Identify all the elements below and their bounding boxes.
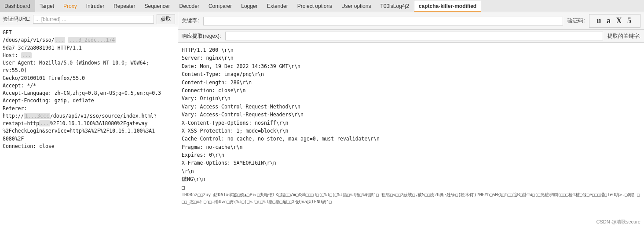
captcha-display: u a X 5 (589, 14, 640, 28)
url-bar: 验证码URL: 获取 (0, 12, 178, 26)
left-panel: 验证码URL: 获取 GET /dous/api/v1/sso/... ...3… (0, 12, 178, 227)
menu-repeater[interactable]: Repeater (109, 0, 140, 12)
response-line: Content-Length: 286\r\n (182, 79, 640, 86)
request-line: GET (3, 29, 175, 36)
request-line: 9da7-3c72a8081901 HTTP/1.1 (3, 44, 175, 52)
menu-logger[interactable]: Logger (237, 0, 262, 12)
menu-bar: Dashboard Target Proxy Intruder Repeater… (0, 0, 644, 12)
response-line: Expires: 0\r\n (182, 151, 640, 159)
response-line: Cache-Control: no-cache, no-store, max-a… (182, 135, 640, 143)
menu-comparer[interactable]: Comparer (204, 0, 237, 12)
request-line: 8080%2F (3, 135, 175, 143)
response-binary: IHDRn2□□2uy 銡DATx瑸鉴□僥▲□P℡□夬晤惯LK□韞□□/m□X烒… (182, 191, 640, 205)
request-line: %2FcheckLogin&service=http%3A%2F%2F10.16… (3, 127, 175, 135)
response-line: Content-Type: image/png\r\n (182, 70, 640, 78)
url-input[interactable] (33, 15, 154, 24)
response-line: Vary: Origin\r\n (182, 94, 640, 102)
watermark: CSDN @清歌secure (596, 219, 640, 225)
response-line: X-Frame-Options: SAMEORIGIN\r\n (182, 159, 640, 167)
response-area: HTTP/1.1 200 \r\n Server: nginx\r\n Date… (178, 43, 644, 227)
right-panel: 关键字: 验证码: u a X 5 响应提取(regex): 提取的关键字: H… (178, 12, 644, 227)
request-line: Accept-Language: zh-CN,zh;q=0.8,en-US;q=… (3, 90, 175, 97)
response-line: Connection: close\r\n (182, 86, 640, 94)
menu-user-options[interactable]: User options (337, 0, 376, 12)
response-line: 鏃NG\r\n (182, 175, 640, 183)
request-line: Connection: close (3, 143, 175, 150)
extracted-label: 提取的关键字: (607, 32, 640, 40)
response-line: □ (182, 184, 640, 191)
response-line: X-XSS-Protection: 1; mode=block\r\n (182, 127, 640, 135)
menu-target[interactable]: Target (35, 0, 59, 12)
keyword-input[interactable] (203, 17, 563, 25)
request-line: User-Agent: Mozilla/5.0 (Windows NT 10.0… (3, 59, 175, 75)
menu-project-options[interactable]: Project options (293, 0, 337, 12)
response-line: \r\n (182, 167, 640, 175)
menu-captcha-killer[interactable]: captcha-killer-modified (414, 0, 481, 12)
response-line: Vary: Access-Control-Request-Headers\r\n (182, 111, 640, 119)
request-line: restapi=http...%2F10.16.1.100%3A18080%2F… (3, 120, 175, 127)
response-line: Date: Mon, 19 Dec 2022 14:36:39 GMT\r\n (182, 62, 640, 70)
request-line: Referer: (3, 105, 175, 112)
menu-sequencer[interactable]: Sequencer (140, 0, 175, 12)
response-line: HTTP/1.1 200 \r\n (182, 46, 640, 54)
request-line: Accept: */* (3, 82, 175, 90)
keyword-row: 关键字: 验证码: u a X 5 (178, 12, 644, 30)
keyword-label: 关键字: (182, 17, 199, 25)
request-line: /dous/api/v1/sso/... ...3_2edc...174 (3, 36, 175, 44)
menu-dashboard[interactable]: Dashboard (0, 0, 35, 12)
fetch-button[interactable]: 获取 (157, 14, 175, 24)
request-line: http://1...3ccc/dous/api/v1/sso/source/i… (3, 112, 175, 120)
menu-extender[interactable]: Extender (263, 0, 293, 12)
regex-label: 响应提取(regex): (182, 32, 221, 40)
regex-input[interactable] (225, 32, 603, 40)
main-content: 验证码URL: 获取 GET /dous/api/v1/sso/... ...3… (0, 12, 644, 227)
request-line: Gecko/20100101 Firefox/55.0 (3, 75, 175, 82)
url-label: 验证码URL: (3, 15, 30, 23)
request-line: Accept-Encoding: gzip, deflate (3, 97, 175, 104)
response-line: Server: nginx\r\n (182, 54, 640, 62)
verify-label: 验证码: (567, 17, 585, 25)
menu-t00ls-log4j2[interactable]: T00lsLog4j2 (376, 0, 413, 12)
response-line: Vary: Access-Control-Request-Method\r\n (182, 103, 640, 111)
menu-intruder[interactable]: Intruder (82, 0, 109, 12)
menu-proxy[interactable]: Proxy (59, 0, 82, 12)
request-area: GET /dous/api/v1/sso/... ...3_2edc...174… (0, 26, 178, 227)
menu-decoder[interactable]: Decoder (175, 0, 204, 12)
request-line: Host: ... (3, 52, 175, 59)
response-line: Pragma: no-cache\r\n (182, 143, 640, 151)
regex-row: 响应提取(regex): 提取的关键字: (178, 30, 644, 43)
response-line: X-Content-Type-Options: nosniff\r\n (182, 119, 640, 127)
